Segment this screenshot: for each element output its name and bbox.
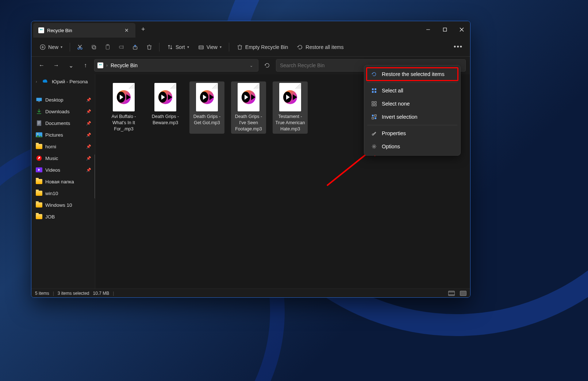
title-bar: Recycle Bin ✕ + bbox=[31, 21, 470, 38]
tab-close-button[interactable]: ✕ bbox=[123, 27, 130, 33]
overflow-menu: Restore the selected items Select all Se… bbox=[364, 65, 461, 156]
status-bar: 5 items | 3 items selected 10.7 MB | bbox=[31, 289, 470, 297]
menu-invert-selection[interactable]: Invert selection bbox=[366, 110, 458, 123]
view-button[interactable]: View ▾ bbox=[194, 42, 225, 53]
thumbnails-view-toggle[interactable] bbox=[460, 291, 466, 296]
pin-icon: 📌 bbox=[86, 133, 91, 137]
address-bar[interactable]: › Recycle Bin ⌄ bbox=[94, 59, 258, 72]
sidebar-item-downloads[interactable]: Downloads📌 bbox=[31, 106, 95, 117]
status-item-count: 5 items bbox=[35, 291, 49, 296]
svg-rect-40 bbox=[374, 115, 376, 117]
restore-all-button[interactable]: Restore all items bbox=[293, 42, 347, 53]
chevron-down-icon: ▾ bbox=[187, 45, 189, 49]
file-item[interactable]: Death Grips - Get Got.mp3 bbox=[189, 81, 224, 134]
paste-button[interactable] bbox=[101, 42, 114, 53]
breadcrumb-location[interactable]: Recycle Bin bbox=[111, 62, 245, 68]
sidebar-item-label: Новая папка bbox=[45, 179, 74, 184]
folder-icon bbox=[36, 213, 42, 220]
tab-recycle-bin[interactable]: Recycle Bin ✕ bbox=[33, 23, 135, 38]
copy-button[interactable] bbox=[88, 42, 100, 53]
file-thumbnail bbox=[196, 83, 218, 111]
file-name: Testament - True American Hate.mp3 bbox=[274, 114, 306, 132]
recent-locations-button[interactable]: ⌄ bbox=[65, 60, 77, 71]
svg-rect-38 bbox=[374, 104, 376, 106]
file-explorer-window: Recycle Bin ✕ + New ▾ Sort ▾ View bbox=[31, 21, 470, 298]
item-icon bbox=[36, 120, 42, 126]
svg-rect-31 bbox=[372, 88, 374, 90]
navigation-pane[interactable]: › Юрий - Persona Desktop📌Downloads📌Docum… bbox=[31, 74, 95, 289]
svg-rect-11 bbox=[93, 46, 96, 49]
menu-restore-selected[interactable]: Restore the selected items bbox=[366, 68, 458, 81]
menu-options[interactable]: Options bbox=[366, 140, 458, 153]
file-name: Death Grips - Beware.mp3 bbox=[149, 114, 181, 126]
sidebar-item-desktop[interactable]: Desktop📌 bbox=[31, 94, 95, 106]
up-button[interactable]: ↑ bbox=[80, 60, 91, 71]
menu-label: Invert selection bbox=[382, 114, 418, 120]
cut-button[interactable] bbox=[74, 42, 86, 53]
new-button[interactable]: New ▾ bbox=[36, 42, 66, 53]
sidebar-item-label: win10 bbox=[45, 191, 58, 196]
refresh-button[interactable] bbox=[261, 60, 273, 71]
svg-rect-33 bbox=[372, 91, 374, 93]
expand-icon[interactable]: › bbox=[36, 80, 39, 84]
sidebar-item-label: Pictures bbox=[45, 132, 63, 138]
sidebar-item-folder[interactable]: win10 bbox=[31, 187, 95, 199]
file-item[interactable]: Avi Buffalo - What's In It For_.mp3 bbox=[106, 81, 141, 134]
file-item[interactable]: Death Grips - I've Seen Footage.mp3 bbox=[231, 81, 266, 134]
folder-icon bbox=[36, 202, 42, 208]
menu-label: Select all bbox=[382, 88, 403, 94]
select-all-icon bbox=[371, 87, 377, 94]
close-button[interactable] bbox=[453, 21, 470, 38]
delete-button[interactable] bbox=[143, 42, 155, 53]
rename-button[interactable] bbox=[115, 42, 128, 53]
forward-button[interactable]: → bbox=[50, 60, 62, 71]
sidebar-item-folder[interactable]: Windows 10 bbox=[31, 199, 95, 211]
pin-icon: 📌 bbox=[86, 121, 91, 126]
select-none-icon bbox=[371, 100, 377, 107]
maximize-button[interactable] bbox=[437, 21, 453, 38]
empty-recycle-bin-button[interactable]: Empty Recycle Bin bbox=[233, 42, 292, 53]
sidebar-item-folder[interactable]: Новая папка bbox=[31, 176, 95, 187]
menu-properties[interactable]: Properties bbox=[366, 127, 458, 140]
empty-label: Empty Recycle Bin bbox=[245, 44, 288, 50]
svg-rect-15 bbox=[119, 46, 123, 48]
menu-select-all[interactable]: Select all bbox=[366, 84, 458, 97]
file-item[interactable]: Death Grips - Beware.mp3 bbox=[148, 81, 183, 134]
sort-button[interactable]: Sort ▾ bbox=[163, 42, 193, 53]
status-selected-count: 3 items selected bbox=[58, 291, 89, 296]
chevron-down-icon: ▾ bbox=[220, 45, 222, 49]
sidebar-item-videos[interactable]: Videos📌 bbox=[31, 164, 95, 176]
recycle-bin-icon bbox=[38, 27, 44, 33]
svg-rect-37 bbox=[372, 104, 374, 106]
restore-all-label: Restore all items bbox=[305, 44, 343, 50]
sidebar-item-folder[interactable]: JOB bbox=[31, 211, 95, 222]
file-item[interactable]: Testament - True American Hate.mp3 bbox=[273, 81, 308, 134]
onedrive-icon bbox=[42, 78, 49, 85]
address-dropdown[interactable]: ⌄ bbox=[247, 63, 255, 68]
sidebar-item-music[interactable]: Music📌 bbox=[31, 152, 95, 164]
sidebar-item-horni[interactable]: horni📌 bbox=[31, 141, 95, 152]
folder-icon bbox=[36, 190, 42, 197]
new-tab-button[interactable]: + bbox=[135, 21, 151, 38]
svg-point-44 bbox=[373, 146, 375, 147]
sidebar-item-label: Юрий - Persona bbox=[52, 79, 88, 84]
details-view-toggle[interactable] bbox=[448, 291, 455, 296]
pin-icon: 📌 bbox=[86, 98, 91, 102]
file-thumbnail bbox=[154, 83, 176, 111]
svg-point-28 bbox=[37, 133, 38, 134]
sidebar-item-documents[interactable]: Documents📌 bbox=[31, 117, 95, 129]
sidebar-item-label: Desktop bbox=[45, 97, 64, 103]
minimize-button[interactable] bbox=[420, 21, 437, 38]
share-button[interactable] bbox=[129, 42, 142, 53]
sidebar-item-pictures[interactable]: Pictures📌 bbox=[31, 129, 95, 141]
svg-rect-18 bbox=[199, 46, 203, 49]
svg-rect-41 bbox=[372, 117, 374, 119]
back-button[interactable]: ← bbox=[36, 60, 47, 71]
menu-select-none[interactable]: Select none bbox=[366, 97, 458, 110]
pin-icon: 📌 bbox=[86, 156, 91, 161]
status-selected-size: 10.7 MB bbox=[93, 291, 109, 296]
more-button[interactable]: ••• bbox=[451, 41, 466, 53]
item-icon bbox=[36, 108, 42, 115]
sidebar-item-cloud[interactable]: › Юрий - Persona bbox=[31, 76, 95, 87]
svg-rect-32 bbox=[374, 88, 376, 90]
